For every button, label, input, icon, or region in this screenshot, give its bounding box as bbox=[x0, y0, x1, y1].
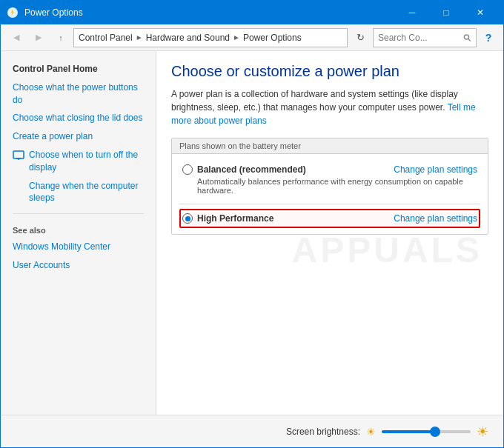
sidebar-label-turn-off-display: Choose when to turn off the display bbox=[29, 149, 144, 174]
refresh-button[interactable]: ↻ bbox=[351, 28, 370, 47]
power-options-window: Power Options ─ □ ✕ ◀ ▶ ↑ Control Panel … bbox=[0, 0, 504, 448]
search-icon bbox=[463, 33, 471, 42]
plans-group-header: Plans shown on the battery meter bbox=[172, 138, 488, 154]
brightness-slider[interactable] bbox=[382, 430, 471, 433]
main-panel: APPUALS Choose or customize a power plan… bbox=[156, 51, 503, 415]
sidebar-label-closing-lid: Choose what closing the lid does bbox=[13, 112, 142, 124]
breadcrumb-sep-1: ► bbox=[136, 33, 143, 41]
window-controls: ─ □ ✕ bbox=[395, 1, 497, 24]
search-box[interactable] bbox=[373, 28, 477, 47]
sidebar: Control Panel Home Choose what the power… bbox=[1, 51, 156, 415]
sidebar-label-power-buttons: Choose what the power buttons do bbox=[13, 81, 144, 107]
sidebar-label-control-panel-home: Control Panel Home bbox=[13, 63, 98, 76]
see-also-label: See also bbox=[1, 220, 156, 238]
plan-item-high-performance: High Performance Change plan settings bbox=[179, 209, 480, 228]
brightness-sun-high-icon: ☀ bbox=[477, 424, 488, 440]
brightness-label: Screen brightness: bbox=[286, 427, 360, 437]
help-button[interactable]: ? bbox=[480, 29, 497, 47]
brightness-sun-low-icon: ☀ bbox=[366, 426, 376, 438]
plan-item-balanced: Balanced (recommended) Change plan setti… bbox=[179, 160, 480, 199]
breadcrumb-sep-2: ► bbox=[233, 33, 240, 41]
plan-label-balanced[interactable]: Balanced (recommended) bbox=[182, 164, 306, 175]
sidebar-label-user-accounts: User Accounts bbox=[13, 259, 70, 272]
breadcrumb-control-panel[interactable]: Control Panel bbox=[79, 33, 133, 43]
page-title: Choose or customize a power plan bbox=[171, 63, 488, 80]
sidebar-item-control-panel-home[interactable]: Control Panel Home bbox=[1, 60, 156, 78]
sidebar-item-mobility-center[interactable]: Windows Mobility Center bbox=[1, 238, 156, 256]
plan-label-high-performance[interactable]: High Performance bbox=[182, 213, 273, 224]
maximize-button[interactable]: □ bbox=[429, 1, 463, 24]
change-plan-high-performance[interactable]: Change plan settings bbox=[394, 213, 477, 224]
plan-row-balanced: Balanced (recommended) Change plan setti… bbox=[182, 164, 477, 175]
breadcrumb-path[interactable]: Control Panel ► Hardware and Sound ► Pow… bbox=[73, 28, 348, 47]
sidebar-item-user-accounts[interactable]: User Accounts bbox=[1, 256, 156, 275]
plan-name-high-performance: High Performance bbox=[197, 213, 273, 224]
sidebar-nav: Control Panel Home Choose what the power… bbox=[1, 60, 156, 406]
sidebar-divider bbox=[13, 213, 144, 214]
close-button[interactable]: ✕ bbox=[463, 1, 497, 24]
radio-balanced[interactable] bbox=[182, 164, 193, 175]
sidebar-item-power-buttons[interactable]: Choose what the power buttons do bbox=[1, 78, 156, 110]
plan-desc-balanced: Automatically balances performance with … bbox=[197, 177, 477, 195]
radio-high-performance[interactable] bbox=[182, 213, 193, 224]
brightness-fill bbox=[382, 430, 435, 433]
content-area: Control Panel Home Choose what the power… bbox=[1, 51, 503, 415]
back-button[interactable]: ◀ bbox=[7, 28, 26, 47]
up-button[interactable]: ↑ bbox=[51, 28, 70, 47]
address-bar: ◀ ▶ ↑ Control Panel ► Hardware and Sound… bbox=[1, 24, 503, 51]
moon-icon bbox=[13, 181, 24, 193]
plans-group-body: Balanced (recommended) Change plan setti… bbox=[172, 154, 488, 234]
window-icon bbox=[7, 7, 19, 19]
plan-name-balanced: Balanced (recommended) bbox=[197, 164, 306, 175]
svg-point-1 bbox=[465, 35, 469, 39]
breadcrumb-power-options[interactable]: Power Options bbox=[243, 33, 302, 43]
svg-rect-3 bbox=[13, 151, 24, 158]
bottom-bar: Screen brightness: ☀ ☀ bbox=[1, 415, 503, 447]
sidebar-item-closing-lid[interactable]: Choose what closing the lid does bbox=[1, 109, 156, 127]
watermark: APPUALS bbox=[292, 229, 483, 270]
title-bar: Power Options ─ □ ✕ bbox=[1, 1, 503, 24]
change-plan-balanced[interactable]: Change plan settings bbox=[394, 164, 477, 175]
monitor-icon bbox=[13, 150, 24, 161]
breadcrumb-hardware[interactable]: Hardware and Sound bbox=[146, 33, 230, 43]
plans-group: Plans shown on the battery meter Balance… bbox=[171, 138, 488, 235]
plan-row-high-performance: High Performance Change plan settings bbox=[182, 213, 477, 224]
window-title: Power Options bbox=[24, 7, 395, 18]
svg-line-2 bbox=[468, 39, 471, 41]
sidebar-item-computer-sleeps[interactable]: Change when the computer sleeps bbox=[1, 177, 156, 208]
search-input[interactable] bbox=[378, 33, 460, 43]
intro-text: A power plan is a collection of hardware… bbox=[171, 87, 488, 127]
sidebar-label-mobility-center: Windows Mobility Center bbox=[13, 241, 110, 253]
intro-text-content: A power plan is a collection of hardware… bbox=[171, 89, 458, 113]
sidebar-label-computer-sleeps: Change when the computer sleeps bbox=[29, 180, 144, 205]
sidebar-label-create-plan: Create a power plan bbox=[13, 130, 93, 143]
brightness-thumb[interactable] bbox=[430, 427, 440, 437]
minimize-button[interactable]: ─ bbox=[395, 1, 429, 24]
plan-separator bbox=[179, 204, 480, 204]
sidebar-item-turn-off-display[interactable]: Choose when to turn off the display bbox=[1, 146, 156, 177]
forward-button[interactable]: ▶ bbox=[29, 28, 48, 47]
sidebar-item-create-plan[interactable]: Create a power plan bbox=[1, 127, 156, 146]
